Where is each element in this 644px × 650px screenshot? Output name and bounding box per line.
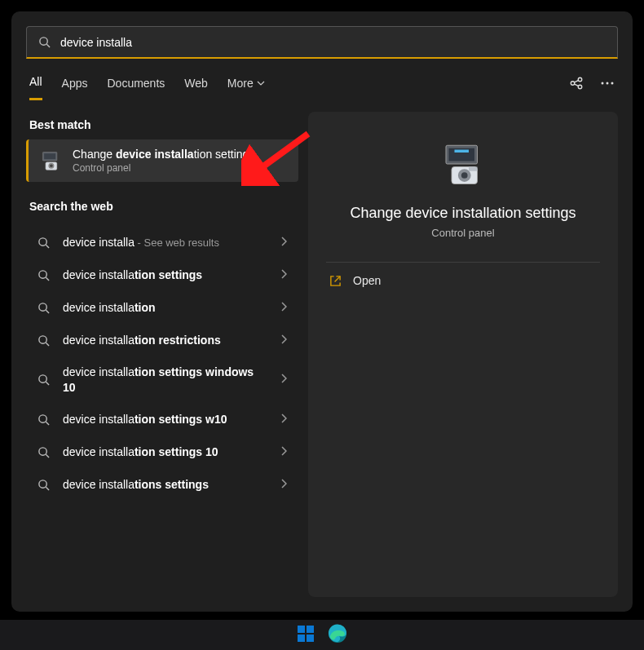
best-match-title: Change device installation settings	[73, 148, 289, 161]
web-result[interactable]: device installation settings 10	[26, 436, 298, 469]
web-result-text: device installation settings windows 10	[63, 365, 267, 396]
taskbar	[0, 619, 644, 650]
device-install-icon	[38, 148, 63, 173]
chevron-down-icon	[257, 79, 265, 87]
tab-web[interactable]: Web	[184, 77, 208, 99]
svg-point-23	[39, 375, 46, 382]
svg-point-27	[39, 448, 46, 455]
open-action[interactable]: Open	[326, 263, 600, 298]
svg-line-26	[46, 422, 49, 426]
chevron-right-icon	[280, 302, 287, 314]
svg-rect-42	[307, 626, 314, 633]
svg-line-6	[574, 83, 578, 86]
svg-point-21	[39, 335, 46, 343]
web-result[interactable]: device installation settings windows 10	[26, 356, 298, 404]
chevron-right-icon	[280, 479, 287, 491]
svg-line-22	[46, 343, 49, 346]
web-result-text: device installation settings	[63, 268, 267, 283]
svg-rect-37	[469, 167, 478, 171]
web-result-text: device installa - See web results	[63, 235, 267, 250]
svg-point-4	[578, 85, 582, 89]
chevron-right-icon	[280, 334, 287, 347]
results-list: Best match Change device installation se…	[26, 112, 298, 597]
svg-line-1	[46, 44, 50, 47]
svg-line-20	[46, 310, 49, 313]
more-icon[interactable]	[600, 76, 615, 91]
chevron-right-icon	[280, 446, 287, 458]
web-result-text: device installation	[63, 300, 267, 316]
search-icon	[37, 237, 50, 249]
search-input[interactable]	[60, 36, 606, 49]
svg-line-5	[574, 80, 578, 82]
best-match-subtitle: Control panel	[73, 162, 289, 174]
search-icon	[37, 302, 50, 314]
web-result[interactable]: device installation settings w10	[26, 404, 298, 436]
edge-browser-button[interactable]	[328, 624, 347, 647]
search-icon	[37, 446, 50, 458]
web-result[interactable]: device installation	[26, 291, 298, 324]
best-match-header: Best match	[26, 112, 298, 139]
svg-point-25	[39, 415, 46, 422]
open-external-icon	[329, 275, 342, 287]
start-search-panel: All Apps Documents Web More Best match	[11, 11, 633, 612]
tab-apps[interactable]: Apps	[62, 77, 88, 99]
svg-line-38	[335, 276, 341, 281]
svg-point-8	[607, 82, 609, 84]
search-web-header: Search the web	[26, 193, 298, 221]
web-result[interactable]: device installation settings	[26, 259, 298, 291]
svg-point-19	[39, 303, 46, 310]
chevron-right-icon	[280, 413, 287, 426]
detail-device-install-icon	[440, 141, 486, 187]
svg-point-2	[571, 81, 575, 85]
filter-tabs: All Apps Documents Web More	[26, 75, 618, 100]
svg-point-9	[611, 82, 614, 84]
search-icon	[37, 334, 50, 347]
web-result[interactable]: device installa - See web results	[26, 226, 298, 259]
detail-title: Change device installation settings	[350, 205, 576, 222]
chevron-right-icon	[280, 374, 287, 386]
svg-point-29	[39, 480, 46, 488]
tab-documents[interactable]: Documents	[107, 77, 165, 99]
search-icon	[37, 269, 50, 281]
svg-point-36	[461, 172, 468, 179]
search-icon	[37, 479, 50, 491]
web-result-text: device installation settings w10	[63, 412, 267, 427]
web-result[interactable]: device installations settings	[26, 469, 298, 502]
svg-rect-44	[307, 635, 314, 642]
web-result-text: device installation settings 10	[63, 444, 267, 460]
tab-more[interactable]: More	[227, 77, 265, 99]
svg-line-24	[46, 382, 49, 386]
best-match-result[interactable]: Change device installation settings Cont…	[26, 139, 298, 182]
svg-point-0	[40, 38, 47, 45]
search-icon	[37, 413, 50, 426]
chevron-right-icon	[280, 237, 287, 249]
svg-rect-41	[298, 626, 305, 633]
svg-point-17	[39, 270, 46, 277]
detail-subtitle: Control panel	[431, 227, 494, 239]
search-icon	[38, 36, 51, 48]
svg-rect-11	[44, 153, 55, 159]
svg-line-18	[46, 277, 49, 281]
svg-line-16	[46, 245, 49, 248]
detail-pane: Change device installation settings Cont…	[308, 112, 618, 597]
tab-all[interactable]: All	[29, 75, 42, 100]
svg-line-28	[46, 455, 49, 458]
web-result-text: device installation restrictions	[63, 333, 267, 348]
svg-point-14	[50, 164, 53, 167]
share-icon[interactable]	[569, 76, 584, 91]
search-icon	[37, 374, 50, 386]
search-bar[interactable]	[26, 26, 618, 59]
web-result[interactable]: device installation restrictions	[26, 324, 298, 356]
svg-point-3	[578, 77, 582, 82]
svg-rect-43	[298, 635, 305, 642]
svg-point-7	[602, 82, 604, 84]
start-button[interactable]	[297, 625, 315, 646]
web-result-text: device installations settings	[63, 477, 267, 493]
svg-point-15	[39, 237, 46, 245]
svg-rect-33	[455, 150, 470, 153]
svg-line-30	[46, 488, 49, 491]
chevron-right-icon	[280, 269, 287, 281]
